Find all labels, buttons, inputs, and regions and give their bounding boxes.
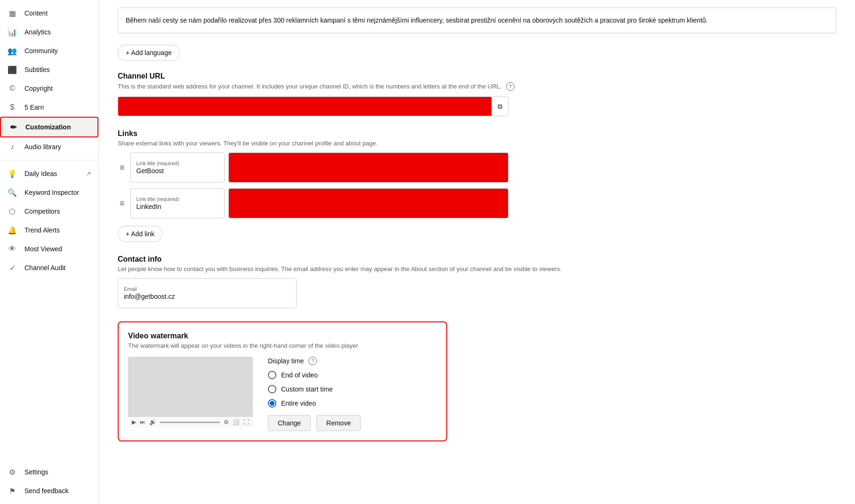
link-title-input-1[interactable]: Link title (required) GetBoost [130,152,225,183]
drag-handle-icon-2[interactable]: ≡ [118,197,127,210]
sidebar-item-send-feedback[interactable]: ⚑ Send feedback [0,481,98,500]
channel-url-section: Channel URL This is the standard web add… [118,72,836,116]
watermark-title: Video watermark [128,332,437,340]
radio-entire-video[interactable]: Entire video [268,399,437,408]
display-time-label: Display time ? [268,357,437,365]
sidebar-item-channel-audit[interactable]: ✓ Channel Audit [0,258,98,277]
contact-info-desc: Let people know how to contact you with … [118,265,836,272]
drag-handle-icon[interactable]: ≡ [118,161,127,175]
sidebar-item-subtitles[interactable]: ⬛ Subtitles [0,60,98,79]
channel-url-help-icon[interactable]: ? [506,82,515,91]
sidebar-item-daily-ideas[interactable]: 💡 Daily Ideas ↗ [0,164,98,183]
external-link-icon: ↗ [86,170,91,177]
trend-alerts-icon: 🔔 [8,225,17,235]
keyword-inspector-icon: 🔍 [8,188,17,197]
most-viewed-icon: 👁 [8,244,17,254]
next-icon[interactable]: ⏭ [140,419,145,425]
radio-end-of-video[interactable]: End of video [268,371,437,379]
subtitles-icon: ⬛ [8,65,17,74]
radio-custom-start-time[interactable]: Custom start time [268,385,437,393]
sidebar-item-label: Customization [25,123,90,131]
watermark-inner: ▶ ⏭ 🔊 ⚙ ⬜ ⛶ Display time ? [128,357,437,431]
radio-custom-start-time-label: Custom start time [281,385,333,393]
sidebar-item-content[interactable]: ▦ Content [0,4,98,23]
sidebar-item-label: Channel Audit [24,264,91,272]
description-text: Během naší cesty se nám podařilo realizo… [126,16,708,24]
display-time-help-icon[interactable]: ? [308,357,317,365]
sidebar-item-trend-alerts[interactable]: 🔔 Trend Alerts [0,221,98,240]
links-section: Links Share external links with your vie… [118,129,836,242]
radio-custom-start-time-input[interactable] [268,385,276,393]
sidebar-item-label: Most Viewed [24,245,91,253]
link-url-input-2[interactable] [228,188,508,218]
sidebar: ▦ Content 📊 Analytics 👥 Community ⬛ Subt… [0,0,99,504]
channel-url-field[interactable] [118,97,492,116]
sidebar-item-most-viewed[interactable]: 👁 Most Viewed [0,240,98,258]
miniplayer-icon[interactable]: ⬜ [233,419,240,425]
sidebar-item-label: Analytics [24,28,91,36]
copyright-icon: © [8,84,17,93]
sidebar-item-audio-library[interactable]: ♪ Audio library [0,137,98,156]
content-icon: ▦ [8,8,17,18]
change-button[interactable]: Change [268,415,311,431]
sidebar-item-label: Settings [24,468,91,476]
email-input[interactable]: Email info@getboost.cz [118,278,297,308]
analytics-icon: 📊 [8,27,17,37]
daily-ideas-icon: 💡 [8,169,17,178]
radio-entire-video-label: Entire video [281,400,316,407]
sidebar-item-label: Community [24,47,91,55]
competitors-icon: ⬡ [8,207,17,216]
audio-library-icon: ♪ [8,142,17,152]
sidebar-item-competitors[interactable]: ⬡ Competitors [0,202,98,221]
radio-end-of-video-label: End of video [281,371,318,379]
sidebar-item-label: Send feedback [24,487,91,495]
main-content: Během naší cesty se nám podařilo realizo… [99,0,855,504]
earn-icon: $ [8,103,17,112]
remove-button[interactable]: Remove [316,415,361,431]
progress-bar [160,422,220,423]
volume-icon[interactable]: 🔊 [149,419,156,425]
sidebar-item-earn[interactable]: $ 5 Earn [0,98,98,117]
add-link-button[interactable]: + Add link [118,226,162,242]
radio-entire-video-input[interactable] [268,399,276,408]
sidebar-item-settings[interactable]: ⚙ Settings [0,463,98,481]
watermark-desc: The watermark will appear on your videos… [128,342,437,349]
sidebar-footer: ⚙ Settings ⚑ Send feedback [0,463,98,504]
link-row-1: ≡ Link title (required) GetBoost [118,152,508,183]
link-row-2: ≡ Link title (required) LinkedIn [118,188,508,218]
add-language-label: + Add language [126,49,172,56]
radio-end-of-video-input[interactable] [268,371,276,379]
community-icon: 👥 [8,46,17,56]
channel-url-desc: This is the standard web address for you… [118,83,501,90]
sidebar-item-label: Content [24,9,91,17]
sidebar-item-customization[interactable]: ✏ Customization [0,117,98,137]
sidebar-item-label: Copyright [24,85,91,92]
fullscreen-icon[interactable]: ⛶ [243,419,249,425]
link-title-input-2[interactable]: Link title (required) LinkedIn [130,188,225,218]
add-link-label: + Add link [126,230,154,238]
display-time-section: Display time ? End of video Custom start… [268,357,437,431]
link-title-label-2: Link title (required) [137,196,218,202]
link-url-input-1[interactable] [228,152,508,183]
customization-icon: ✏ [8,122,18,132]
link-title-value-2: LinkedIn [137,203,218,210]
watermark-buttons: Change Remove [268,415,437,431]
sidebar-item-copyright[interactable]: © Copyright [0,79,98,98]
url-copy-button[interactable]: ⧉ [492,99,508,114]
email-label: Email [124,286,290,292]
channel-audit-icon: ✓ [8,263,17,272]
settings-icon-player[interactable]: ⚙ [224,419,229,425]
sidebar-item-community[interactable]: 👥 Community [0,41,98,60]
description-box: Během naší cesty se nám podařilo realizo… [118,8,836,33]
add-language-button[interactable]: + Add language [118,45,180,61]
sidebar-item-label: Subtitles [24,66,91,73]
sidebar-item-label: Audio library [24,143,91,151]
sidebar-item-label: Trend Alerts [24,226,91,234]
play-icon[interactable]: ▶ [132,419,136,425]
links-desc: Share external links with your viewers. … [118,140,836,147]
settings-icon: ⚙ [8,467,17,477]
sidebar-item-analytics[interactable]: 📊 Analytics [0,23,98,41]
sidebar-item-keyword-inspector[interactable]: 🔍 Keyword Inspector [0,183,98,202]
watermark-preview: ▶ ⏭ 🔊 ⚙ ⬜ ⛶ [128,357,253,427]
send-feedback-icon: ⚑ [8,486,17,496]
